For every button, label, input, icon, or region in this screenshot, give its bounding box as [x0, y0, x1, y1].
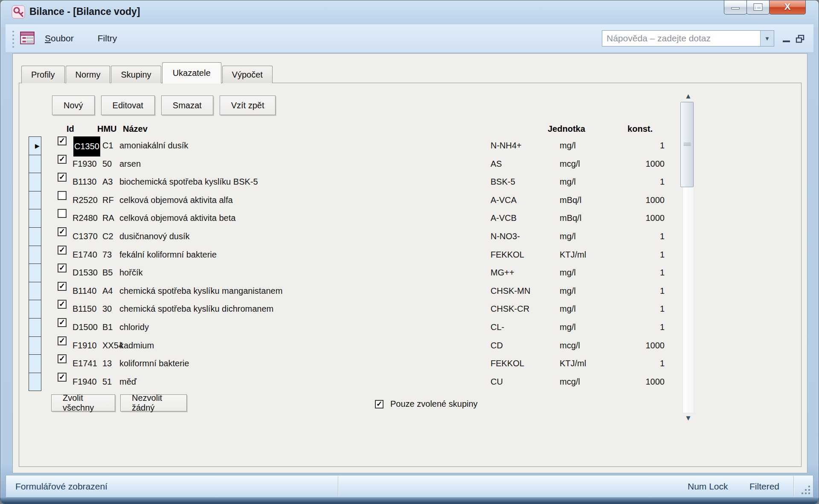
- tab-vypocet[interactable]: Výpočet: [222, 66, 273, 83]
- record-selector[interactable]: [29, 155, 41, 174]
- minimize-button[interactable]: [724, 0, 747, 14]
- record-selector[interactable]: [29, 373, 41, 391]
- cell-jednotka[interactable]: mg/l: [560, 136, 576, 155]
- cell-jednotka[interactable]: KTJ/ml: [560, 354, 586, 373]
- row-checkbox[interactable]: ✓: [58, 300, 67, 309]
- close-button[interactable]: X: [769, 0, 806, 14]
- cell-konst[interactable]: 1: [584, 282, 665, 300]
- cell-symbol[interactable]: A-VCB: [491, 209, 517, 227]
- cell-symbol[interactable]: BSK-5: [491, 173, 515, 191]
- cell-konst[interactable]: 1: [584, 246, 665, 264]
- cell-hmu[interactable]: B5: [102, 264, 113, 282]
- cell-symbol[interactable]: CU: [491, 373, 503, 391]
- new-button[interactable]: Nový: [52, 96, 95, 115]
- cell-konst[interactable]: 1: [584, 300, 665, 318]
- record-selector[interactable]: [29, 354, 41, 373]
- select-all-button[interactable]: Zvolit všechny: [51, 394, 115, 411]
- cell-hmu[interactable]: 51: [102, 373, 112, 391]
- row-checkbox[interactable]: [58, 191, 67, 200]
- cell-hmu[interactable]: A3: [102, 173, 113, 191]
- cell-jednotka[interactable]: KTJ/ml: [560, 246, 586, 264]
- cell-symbol[interactable]: CHSK-CR: [491, 300, 529, 318]
- row-checkbox[interactable]: ✓: [58, 336, 67, 345]
- row-checkbox[interactable]: ✓: [58, 136, 67, 145]
- row-checkbox[interactable]: ✓: [58, 227, 67, 236]
- record-selector[interactable]: [29, 318, 41, 337]
- cell-symbol[interactable]: FEKKOL: [491, 246, 524, 264]
- cell-nazev[interactable]: měď: [119, 373, 136, 391]
- delete-button[interactable]: Smazat: [161, 96, 213, 115]
- row-checkbox[interactable]: ✓: [58, 373, 67, 382]
- help-dropdown-button[interactable]: ▼: [760, 31, 774, 46]
- record-selector[interactable]: [29, 173, 41, 191]
- tab-ukazatele[interactable]: Ukazatele: [162, 62, 221, 84]
- cell-hmu[interactable]: A4: [102, 282, 113, 300]
- cell-hmu[interactable]: B1: [102, 318, 113, 336]
- cell-hmu[interactable]: 50: [102, 155, 112, 173]
- cell-konst[interactable]: 1000: [584, 155, 665, 173]
- cell-konst[interactable]: 1: [584, 136, 665, 155]
- cell-hmu[interactable]: RF: [102, 191, 114, 209]
- cell-jednotka[interactable]: mg/l: [560, 264, 576, 282]
- cell-nazev[interactable]: kadmium: [119, 336, 154, 355]
- cell-jednotka[interactable]: mg/l: [560, 300, 576, 318]
- undo-button[interactable]: Vzít zpět: [220, 96, 276, 115]
- menu-soubor[interactable]: Soubor: [45, 33, 74, 43]
- record-selector[interactable]: [29, 209, 41, 228]
- cell-symbol[interactable]: CHSK-MN: [491, 282, 530, 300]
- cell-konst[interactable]: 1000: [584, 209, 665, 227]
- cell-jednotka[interactable]: mcg/l: [560, 155, 580, 173]
- access-app-icon[interactable]: [12, 5, 25, 19]
- cell-jednotka[interactable]: mcg/l: [560, 336, 580, 355]
- resize-grip[interactable]: [802, 486, 810, 494]
- child-minimize-button[interactable]: [783, 41, 790, 42]
- cell-nazev[interactable]: biochemická spotřeba kyslíku BSK-5: [119, 173, 258, 191]
- row-checkbox[interactable]: [58, 209, 67, 218]
- cell-konst[interactable]: 1: [584, 264, 665, 282]
- cell-hmu[interactable]: 30: [102, 300, 112, 318]
- row-checkbox[interactable]: ✓: [58, 318, 67, 327]
- cell-konst[interactable]: 1000: [584, 373, 665, 391]
- edit-button[interactable]: Editovat: [101, 96, 155, 115]
- cell-konst[interactable]: 1000: [584, 191, 665, 209]
- cell-symbol[interactable]: FEKKOL: [491, 354, 524, 373]
- row-checkbox[interactable]: ✓: [58, 354, 67, 363]
- cell-hmu[interactable]: RA: [102, 209, 114, 227]
- cell-symbol[interactable]: AS: [491, 155, 502, 173]
- cell-jednotka[interactable]: mcg/l: [560, 373, 580, 391]
- cell-nazev[interactable]: dusičnanový dusík: [119, 227, 190, 246]
- scroll-down-button[interactable]: ▼: [681, 414, 695, 423]
- cell-symbol[interactable]: N-NH4+: [491, 136, 522, 155]
- cell-jednotka[interactable]: mg/l: [560, 227, 576, 246]
- record-selector[interactable]: [29, 336, 41, 355]
- record-selector[interactable]: [29, 191, 41, 210]
- cell-symbol[interactable]: CL-: [491, 318, 504, 336]
- row-checkbox[interactable]: ✓: [58, 282, 67, 291]
- maximize-button[interactable]: [746, 0, 770, 14]
- cell-jednotka[interactable]: mg/l: [560, 173, 576, 191]
- help-search-input[interactable]: [602, 31, 760, 46]
- toolbar-drag-handle[interactable]: [12, 31, 14, 48]
- record-selector[interactable]: [29, 300, 41, 319]
- scroll-up-button[interactable]: ▲: [681, 92, 695, 101]
- cell-nazev[interactable]: hořčík: [119, 264, 142, 282]
- cell-konst[interactable]: 1: [584, 318, 665, 336]
- cell-nazev[interactable]: koliformní bakterie: [119, 354, 189, 373]
- tab-profily[interactable]: Profily: [21, 66, 65, 83]
- record-selector[interactable]: [29, 282, 41, 301]
- cell-hmu[interactable]: 73: [102, 246, 112, 264]
- tab-normy[interactable]: Normy: [66, 66, 110, 83]
- scrollbar-thumb[interactable]: [680, 102, 694, 187]
- cell-symbol[interactable]: N-NO3-: [491, 227, 520, 246]
- cell-nazev[interactable]: arsen: [119, 155, 141, 173]
- cell-nazev[interactable]: fekální koliformní bakterie: [119, 246, 217, 264]
- cell-nazev[interactable]: celková objemová aktivita alfa: [119, 191, 233, 209]
- cell-konst[interactable]: 1: [584, 173, 665, 191]
- cell-jednotka[interactable]: mg/l: [560, 282, 576, 300]
- only-selected-checkbox[interactable]: ✓ Pouze zvolené skupiny: [375, 399, 478, 409]
- cell-nazev[interactable]: amoniakální dusík: [119, 136, 188, 155]
- record-selector[interactable]: [29, 227, 41, 246]
- record-selector[interactable]: [29, 246, 41, 264]
- cell-symbol[interactable]: A-VCA: [491, 191, 517, 209]
- cell-nazev[interactable]: chemická spotřeba kyslíku dichromanem: [119, 300, 273, 318]
